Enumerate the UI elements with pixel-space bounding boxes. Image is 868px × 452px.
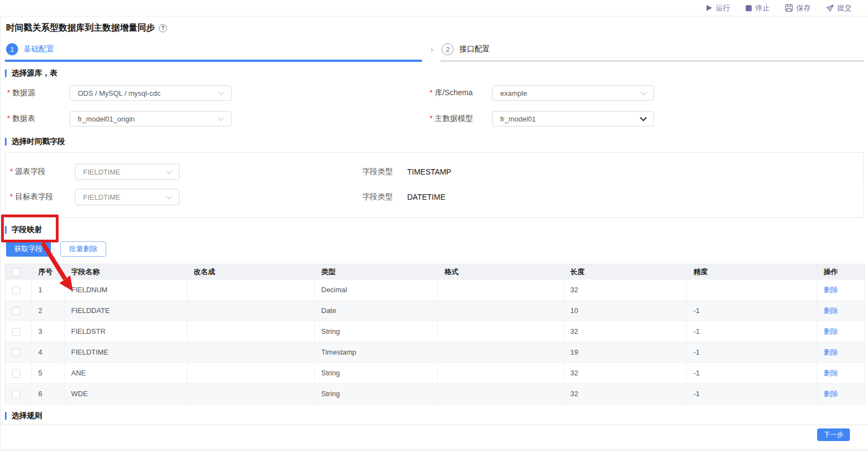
- cell-format: [438, 342, 564, 363]
- section-timestamp-title: 选择时间戳字段: [11, 137, 65, 147]
- step-basic-config[interactable]: 1 基础配置: [6, 43, 422, 55]
- stop-label: 停止: [755, 3, 769, 13]
- cell-rename[interactable]: [187, 363, 315, 384]
- step2-underline: [441, 60, 864, 62]
- delete-row-link[interactable]: 删除: [824, 306, 838, 315]
- main-panel: 时间戳关系型数据库到主数据增量同步 ? 1 基础配置 › 2 接口配置 选择源库…: [0, 16, 868, 451]
- row-checkbox[interactable]: [12, 307, 20, 315]
- section-rules-title: 选择规则: [11, 411, 42, 421]
- cell-type: String: [315, 321, 438, 342]
- target-type-value: DATETIME: [407, 193, 445, 201]
- cell-format: [438, 300, 564, 321]
- batch-delete-button[interactable]: 批量删除: [60, 241, 106, 257]
- cell-format: [438, 363, 564, 384]
- step-bar: 1 基础配置 › 2 接口配置: [5, 43, 864, 56]
- delete-row-link[interactable]: 删除: [824, 286, 838, 294]
- cell-index: 5: [32, 363, 65, 384]
- source-type-label: 字段类型: [362, 167, 393, 177]
- row-checkbox[interactable]: [12, 349, 20, 357]
- cell-length: 32: [564, 384, 687, 404]
- help-icon[interactable]: ?: [159, 24, 167, 32]
- step2-label: 接口配置: [459, 44, 490, 54]
- cell-precision: [687, 280, 817, 300]
- timestamp-box: 源表字段 FIELDTIME 字段类型 TIMESTAMP 目标表字段 FIEL…: [5, 152, 864, 218]
- cell-precision: -1: [687, 384, 817, 404]
- cell-index: 3: [32, 321, 65, 342]
- column-header: 长度: [564, 264, 687, 280]
- row-checkbox[interactable]: [12, 286, 20, 294]
- target-field-label: 目标表字段: [8, 192, 75, 202]
- save-button[interactable]: 保存: [785, 3, 811, 13]
- target-type-label: 字段类型: [362, 192, 393, 202]
- next-step-button[interactable]: 下一步: [817, 428, 850, 441]
- page: { "toolbar": { "run_label": "运行", "stop_…: [0, 0, 868, 452]
- row-checkbox[interactable]: [12, 390, 20, 398]
- table-row: 5 ANE String 32 -1 删除: [5, 363, 865, 384]
- section-accent-bar: [5, 226, 7, 234]
- column-header: 序号: [32, 264, 65, 280]
- datasource-value: ODS / MySQL / mysql-cdc: [78, 89, 160, 97]
- cell-index: 4: [32, 342, 65, 363]
- cell-precision: -1: [687, 321, 817, 342]
- delete-row-link[interactable]: 删除: [824, 327, 838, 335]
- submit-button[interactable]: 提交: [826, 3, 852, 13]
- datasource-label: 数据源: [5, 88, 70, 98]
- cell-type: String: [315, 384, 438, 404]
- cell-format: [438, 321, 564, 342]
- stop-button[interactable]: 停止: [745, 3, 769, 13]
- cell-rename[interactable]: [187, 300, 315, 321]
- cell-precision: -1: [687, 363, 817, 384]
- step1-underline: [5, 60, 422, 62]
- cell-type: Decimal: [315, 280, 438, 300]
- cell-length: 19: [564, 342, 687, 363]
- model-label: 主数据模型: [427, 114, 492, 124]
- cell-precision: -1: [687, 342, 817, 363]
- step-interface-config[interactable]: 2 接口配置: [442, 43, 490, 55]
- source-form: 数据源 ODS / MySQL / mysql-cdc 库/Schema exa…: [5, 85, 864, 126]
- cell-precision: -1: [687, 300, 817, 321]
- select-all-checkbox[interactable]: [12, 268, 20, 276]
- row-checkbox[interactable]: [12, 369, 20, 378]
- delete-row-link[interactable]: 删除: [824, 369, 838, 377]
- datasource-select[interactable]: ODS / MySQL / mysql-cdc: [70, 85, 232, 101]
- table-row: 4 FIELDTIME Timestamp 19 -1 删除: [5, 342, 865, 363]
- table-select[interactable]: fr_model01_origin: [70, 111, 232, 126]
- cell-index: 1: [32, 280, 65, 300]
- column-header: 操作: [817, 264, 865, 280]
- table-header-row: 序号字段名称改名成类型格式长度精度操作: [5, 264, 865, 280]
- cell-format: [438, 384, 564, 404]
- section-source-title: 选择源库，表: [11, 68, 57, 78]
- column-header: 精度: [687, 264, 817, 280]
- section-mapping: 字段映射: [5, 225, 864, 235]
- step2-circle: 2: [442, 43, 454, 55]
- model-select[interactable]: fr_model01: [492, 111, 654, 126]
- delete-row-link[interactable]: 删除: [824, 390, 838, 398]
- play-icon: [706, 4, 713, 11]
- footer-bar: 下一步: [1, 425, 868, 451]
- cell-rename[interactable]: [187, 384, 315, 404]
- mapping-actions: 获取字段 批量删除: [5, 241, 864, 257]
- row-checkbox[interactable]: [12, 328, 20, 336]
- cell-type: String: [315, 363, 438, 384]
- paper-plane-icon: [826, 4, 834, 12]
- run-button[interactable]: 运行: [706, 3, 730, 13]
- source-type-value: TIMESTAMP: [407, 167, 452, 176]
- cell-rename[interactable]: [187, 321, 315, 342]
- step1-label: 基础配置: [24, 44, 54, 54]
- cell-field-name: FIELDDATE: [65, 300, 187, 321]
- target-field-select[interactable]: FIELDTIME: [75, 189, 180, 205]
- schema-select[interactable]: example: [492, 85, 654, 101]
- cell-rename[interactable]: [187, 280, 315, 300]
- cell-rename[interactable]: [187, 342, 315, 363]
- section-accent-bar: [5, 412, 7, 420]
- table-row: 2 FIELDDATE Date 10 -1 删除: [5, 300, 865, 321]
- cell-field-name: WDE: [65, 384, 187, 404]
- cell-field-name: FIELDNUM: [65, 280, 187, 300]
- title-row: 时间戳关系型数据库到主数据增量同步 ?: [5, 16, 864, 34]
- get-fields-button[interactable]: 获取字段: [6, 241, 51, 257]
- cell-type: Date: [315, 300, 438, 321]
- page-title: 时间戳关系型数据库到主数据增量同步: [6, 22, 155, 34]
- delete-row-link[interactable]: 删除: [824, 348, 838, 356]
- cell-length: 10: [564, 300, 687, 321]
- source-field-select[interactable]: FIELDTIME: [75, 164, 180, 180]
